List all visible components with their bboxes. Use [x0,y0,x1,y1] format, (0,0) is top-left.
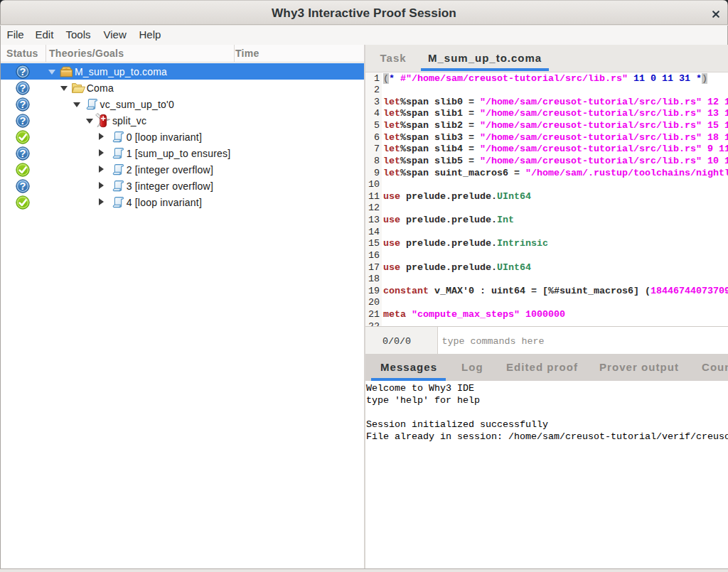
svg-text:?: ? [20,115,26,126]
svg-text:?: ? [20,180,26,192]
svg-text:?: ? [20,148,26,159]
svg-text:?: ? [20,82,26,94]
svg-text:?: ? [20,99,26,110]
svg-text:?: ? [20,66,26,77]
